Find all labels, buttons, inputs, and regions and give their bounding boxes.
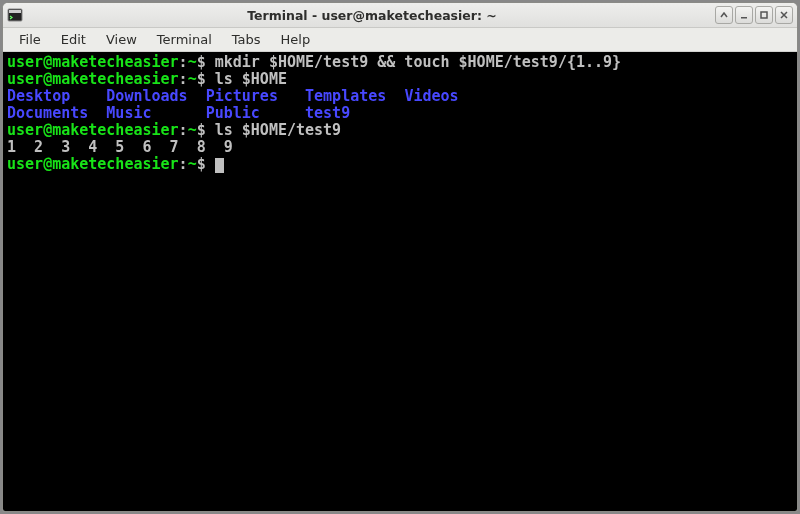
svg-rect-3: [761, 12, 767, 18]
terminal-window: Terminal - user@maketecheasier: ~ File E…: [2, 2, 798, 512]
directory-name: Documents: [7, 104, 88, 122]
prompt-user: user: [7, 53, 43, 71]
ls-output-row: 1 2 3 4 5 6 7 8 9: [7, 139, 793, 156]
prompt-host: maketecheasier: [52, 53, 178, 71]
maximize-button[interactable]: [755, 6, 773, 24]
prompt-user: user: [7, 70, 43, 88]
ls-output-row: Documents Music Public test9: [7, 105, 793, 122]
menu-help[interactable]: Help: [271, 29, 321, 50]
prompt-at: @: [43, 155, 52, 173]
menu-view[interactable]: View: [96, 29, 147, 50]
menu-edit[interactable]: Edit: [51, 29, 96, 50]
terminal-line: user@maketecheasier:~$ mkdir $HOME/test9…: [7, 54, 793, 71]
prompt-dollar: $: [197, 121, 206, 139]
prompt-path: ~: [188, 155, 197, 173]
prompt-host: maketecheasier: [52, 121, 178, 139]
directory-name: Desktop: [7, 87, 70, 105]
menu-terminal[interactable]: Terminal: [147, 29, 222, 50]
prompt-colon: :: [179, 53, 188, 71]
menu-tabs[interactable]: Tabs: [222, 29, 271, 50]
prompt-at: @: [43, 70, 52, 88]
terminal-line: user@maketecheasier:~$: [7, 156, 793, 173]
prompt-colon: :: [179, 70, 188, 88]
directory-name: Pictures: [206, 87, 278, 105]
prompt-user: user: [7, 121, 43, 139]
terminal-line: user@maketecheasier:~$ ls $HOME/test9: [7, 122, 793, 139]
prompt-colon: :: [179, 121, 188, 139]
directory-name: Downloads: [106, 87, 187, 105]
directory-name: test9: [305, 104, 350, 122]
svg-rect-2: [741, 17, 747, 19]
prompt-host: maketecheasier: [52, 70, 178, 88]
directory-name: Templates: [305, 87, 386, 105]
window-controls: [715, 6, 793, 24]
svg-rect-1: [9, 10, 21, 13]
prompt-host: maketecheasier: [52, 155, 178, 173]
prompt-path: ~: [188, 121, 197, 139]
prompt-user: user: [7, 155, 43, 173]
prompt-path: ~: [188, 70, 197, 88]
command-text: ls $HOME/test9: [215, 121, 341, 139]
menu-file[interactable]: File: [9, 29, 51, 50]
terminal-output[interactable]: user@maketecheasier:~$ mkdir $HOME/test9…: [3, 52, 797, 511]
prompt-path: ~: [188, 53, 197, 71]
prompt-at: @: [43, 53, 52, 71]
prompt-colon: :: [179, 155, 188, 173]
rollup-button[interactable]: [715, 6, 733, 24]
close-button[interactable]: [775, 6, 793, 24]
directory-name: Videos: [404, 87, 458, 105]
directory-name: Music: [106, 104, 151, 122]
terminal-icon: [7, 7, 23, 23]
terminal-line: user@maketecheasier:~$ ls $HOME: [7, 71, 793, 88]
command-text: ls $HOME: [215, 70, 287, 88]
menubar: File Edit View Terminal Tabs Help: [3, 28, 797, 52]
minimize-button[interactable]: [735, 6, 753, 24]
prompt-at: @: [43, 121, 52, 139]
directory-name: Public: [206, 104, 260, 122]
prompt-dollar: $: [197, 70, 206, 88]
titlebar[interactable]: Terminal - user@maketecheasier: ~: [3, 3, 797, 28]
prompt-dollar: $: [197, 155, 206, 173]
window-title: Terminal - user@maketecheasier: ~: [29, 8, 715, 23]
prompt-dollar: $: [197, 53, 206, 71]
ls-output-row: Desktop Downloads Pictures Templates Vid…: [7, 88, 793, 105]
cursor-icon: [215, 158, 224, 173]
command-text: mkdir $HOME/test9 && touch $HOME/test9/{…: [215, 53, 621, 71]
